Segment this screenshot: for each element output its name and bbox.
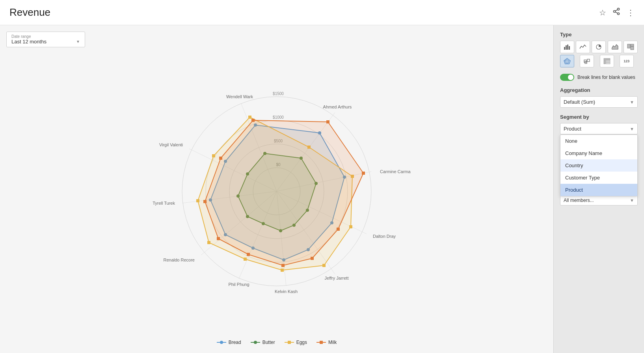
svg-rect-60 [281, 269, 284, 272]
svg-rect-75 [219, 157, 222, 160]
svg-rect-87 [567, 45, 568, 50]
svg-rect-85 [564, 47, 565, 50]
svg-text:$1500: $1500 [273, 92, 284, 96]
area-chart-type-btn[interactable] [608, 41, 622, 53]
break-lines-toggle[interactable] [560, 74, 574, 81]
treemap-chart-type-btn[interactable] [624, 41, 638, 53]
svg-rect-100 [606, 60, 610, 62]
radar-chart-type-btn[interactable] [560, 55, 574, 67]
filter-customer-type-select[interactable]: All members... ▼ [560, 195, 638, 205]
svg-text:Ahmed Arthurs: Ahmed Arthurs [323, 105, 352, 109]
date-range-arrow-icon: ▼ [76, 39, 80, 44]
svg-rect-91 [631, 44, 634, 46]
svg-text:Virgil Valenti: Virgil Valenti [159, 142, 183, 147]
bar-chart-type-btn[interactable] [560, 41, 574, 53]
legend-label-eggs: Eggs [296, 340, 307, 345]
segment-by-title: Segment by [560, 114, 638, 120]
svg-rect-64 [212, 154, 215, 157]
date-range-label: Date range [11, 34, 80, 39]
app-header: Revenue ☆ ⋮ [0, 0, 644, 25]
aggregation-select[interactable]: Default (Sum) ▼ [560, 96, 638, 108]
svg-point-78 [220, 341, 223, 344]
svg-rect-72 [247, 253, 250, 256]
legend-item-bread: Bread [217, 340, 241, 345]
svg-point-2 [618, 13, 620, 15]
legend-item-milk: Milk [316, 340, 337, 345]
svg-rect-86 [566, 45, 567, 50]
svg-rect-68 [362, 172, 365, 175]
segment-by-select[interactable]: Product ▼ [560, 123, 638, 134]
date-range-value: Last 12 months ▼ [11, 39, 80, 45]
header-actions: ☆ ⋮ [599, 7, 635, 17]
svg-point-1 [614, 11, 616, 13]
svg-text:Renaldo Recore: Renaldo Recore [164, 258, 195, 262]
segment-option-none[interactable]: None [560, 135, 637, 147]
segment-option-country[interactable]: Country [560, 159, 637, 172]
svg-rect-65 [248, 116, 251, 119]
svg-rect-99 [604, 60, 605, 64]
legend-item-butter: Butter [251, 340, 275, 345]
type-section-title: Type [560, 32, 638, 37]
segment-option-customer-type[interactable]: Customer Type [560, 172, 637, 184]
svg-rect-67 [326, 120, 329, 123]
segment-by-value: Product [564, 126, 581, 132]
break-lines-row: Break lines for blank values [560, 74, 638, 81]
svg-text:Phil Phung: Phil Phung [228, 282, 249, 287]
radar-chart-svg: $0 $500 $1000 $1500 [143, 77, 411, 306]
pie-chart-type-btn[interactable] [592, 41, 606, 53]
aggregation-section: Aggregation Default (Sum) ▼ [560, 87, 638, 108]
legend-label-bread: Bread [229, 340, 241, 345]
toggle-thumb [568, 75, 573, 80]
svg-rect-69 [337, 228, 340, 231]
filter-customer-type-value: All members... [564, 198, 594, 203]
line-chart-type-btn[interactable] [576, 41, 590, 53]
right-panel: Type [553, 25, 644, 353]
svg-rect-71 [281, 264, 285, 267]
segment-option-product[interactable]: Product [560, 184, 637, 196]
svg-rect-92 [631, 47, 634, 50]
radar-chart-container: $0 $500 $1000 $1500 [6, 47, 547, 335]
segment-by-arrow-icon: ▼ [630, 127, 634, 131]
break-lines-label: Break lines for blank values [577, 75, 635, 80]
segment-option-company-name[interactable]: Company Name [560, 147, 637, 159]
svg-rect-88 [569, 46, 570, 50]
pivot-chart-type-btn[interactable] [600, 55, 614, 67]
svg-rect-95 [584, 60, 586, 62]
filter-customer-type-arrow-icon: ▼ [630, 198, 634, 203]
chart-type-section: Type [560, 32, 638, 67]
svg-rect-61 [244, 258, 247, 261]
date-range-selector[interactable]: Date range Last 12 months ▼ [6, 32, 85, 47]
scatter-chart-type-btn[interactable] [580, 55, 594, 67]
segment-by-dropdown-menu: None Company Name Country Customer Type … [560, 134, 638, 196]
svg-rect-73 [217, 237, 220, 240]
chart-area: Date range Last 12 months ▼ $0 $500 [0, 25, 553, 353]
svg-text:Kelvin Kash: Kelvin Kash [275, 289, 298, 294]
chart-type-row2: 123 [560, 55, 638, 67]
svg-rect-58 [349, 225, 352, 228]
svg-text:Dalton Dray: Dalton Dray [373, 234, 396, 239]
more-menu-icon[interactable]: ⋮ [627, 8, 635, 17]
svg-rect-84 [320, 341, 323, 344]
svg-text:$1000: $1000 [273, 115, 284, 120]
share-icon[interactable] [612, 7, 620, 17]
svg-rect-74 [203, 200, 207, 203]
legend-label-butter: Butter [262, 340, 275, 345]
svg-text:Wendell Wark: Wendell Wark [226, 94, 253, 99]
page-title: Revenue [9, 6, 50, 19]
svg-point-0 [618, 8, 620, 10]
kpi-chart-type-btn[interactable]: 123 [620, 55, 634, 67]
svg-rect-70 [311, 257, 314, 260]
star-icon[interactable]: ☆ [599, 8, 606, 17]
svg-line-4 [615, 9, 618, 11]
svg-rect-90 [627, 44, 630, 48]
aggregation-arrow-icon: ▼ [630, 100, 634, 105]
svg-rect-76 [251, 119, 255, 122]
svg-rect-96 [587, 59, 590, 62]
svg-rect-98 [604, 58, 610, 60]
aggregation-value: Default (Sum) [564, 99, 595, 105]
svg-rect-62 [207, 241, 210, 244]
svg-text:Jeffry Jarrett: Jeffry Jarrett [325, 276, 349, 280]
svg-rect-63 [196, 199, 199, 202]
legend-label-milk: Milk [328, 340, 337, 345]
svg-rect-101 [606, 62, 610, 64]
